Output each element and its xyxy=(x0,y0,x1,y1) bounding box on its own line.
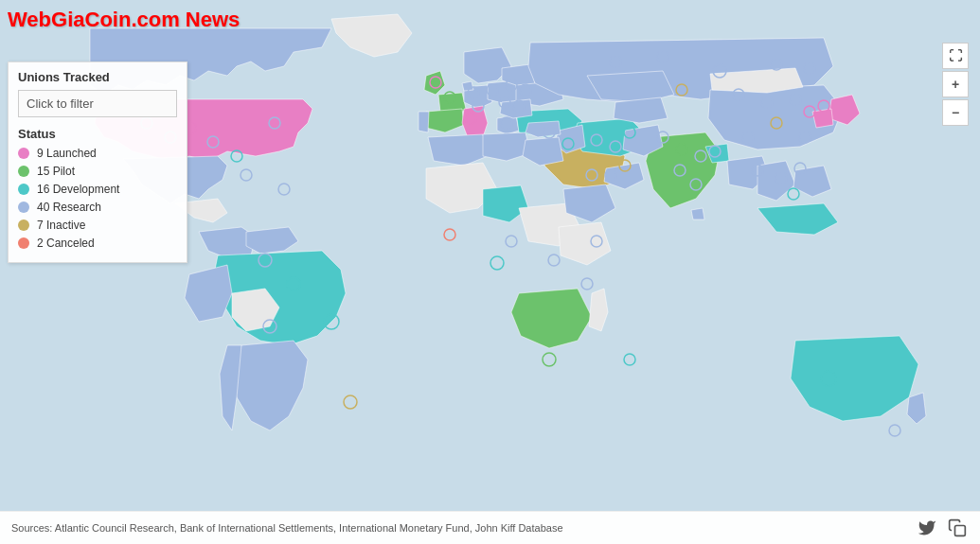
legend-item-inactive[interactable]: 7 Inactive xyxy=(18,219,177,232)
legend-dot-pilot xyxy=(18,166,29,177)
legend-panel-title: Unions Tracked xyxy=(18,70,177,84)
filter-button[interactable]: Click to filter xyxy=(18,90,177,117)
legend-dot-launched xyxy=(18,148,29,159)
social-icons xyxy=(916,517,969,539)
legend-label-development: 16 Development xyxy=(37,183,119,196)
legend-label-launched: 9 Launched xyxy=(37,147,97,160)
legend-label-inactive: 7 Inactive xyxy=(37,219,85,232)
legend-item-launched[interactable]: 9 Launched xyxy=(18,147,177,160)
svg-rect-67 xyxy=(955,526,966,536)
legend-item-pilot[interactable]: 15 Pilot xyxy=(18,165,177,178)
zoom-out-button[interactable]: − xyxy=(942,99,969,126)
legend-label-pilot: 15 Pilot xyxy=(37,165,75,178)
legend-item-research[interactable]: 40 Research xyxy=(18,201,177,214)
legend-label-canceled: 2 Canceled xyxy=(37,237,95,250)
legend-dot-inactive xyxy=(18,219,29,231)
legend-dot-research xyxy=(18,202,29,213)
fullscreen-button[interactable]: ⛶ xyxy=(942,43,969,69)
bottom-bar: Sources: Atlantic Council Research, Bank… xyxy=(0,511,980,544)
twitter-icon[interactable] xyxy=(916,517,938,539)
copy-icon[interactable] xyxy=(946,517,969,539)
legend-dot-canceled xyxy=(18,237,29,249)
map-controls: ⛶ + − xyxy=(942,43,969,126)
site-title: WebGiaCoin.com News xyxy=(8,8,240,32)
zoom-in-button[interactable]: + xyxy=(942,71,969,97)
status-label: Status xyxy=(18,127,177,141)
legend-label-research: 40 Research xyxy=(37,201,101,214)
sources-text: Sources: Atlantic Council Research, Bank… xyxy=(11,522,563,534)
legend-items: 9 Launched 15 Pilot 16 Development 40 Re… xyxy=(18,147,177,250)
legend-item-canceled[interactable]: 2 Canceled xyxy=(18,237,177,250)
legend-panel: Unions Tracked Click to filter Status 9 … xyxy=(8,61,187,263)
legend-dot-development xyxy=(18,184,29,195)
legend-item-development[interactable]: 16 Development xyxy=(18,183,177,196)
